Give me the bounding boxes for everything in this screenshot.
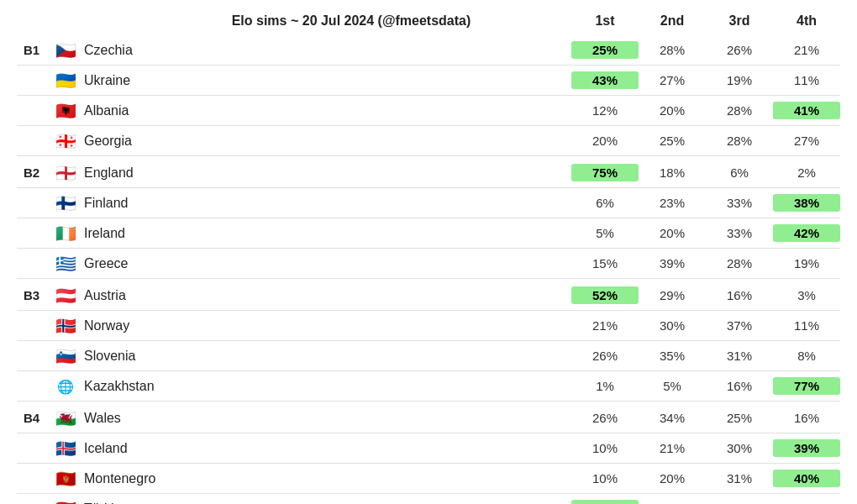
flag-ukraine: [50, 71, 81, 91]
stat-col-4: 42%: [773, 224, 840, 242]
stat-col-2: 39%: [639, 255, 706, 272]
stat-cols: 55%26%14%6%: [571, 500, 840, 504]
stat-cols: 5%20%33%42%: [571, 224, 840, 242]
stat-col-4: 38%: [773, 194, 840, 212]
country-name: Slovenia: [81, 349, 571, 364]
group-b3: B3Austria52%29%16%3%Norway21%30%37%11%Sl…: [17, 281, 840, 402]
table-row: Finland6%23%33%38%: [17, 188, 840, 218]
main-container: Elo sims ~ 20 Jul 2024 (@fmeetsdata) 1st…: [0, 0, 857, 504]
stat-col-1: 25%: [571, 41, 639, 59]
stat-col-1: 12%: [571, 102, 639, 119]
flag-montenegro: [50, 469, 81, 489]
stat-cols: 25%28%26%21%: [571, 41, 840, 59]
stat-col-4: 39%: [773, 439, 840, 457]
stat-col-2: 20%: [639, 224, 706, 242]
group-label-b2: B2: [17, 165, 50, 180]
flag-kazakhstan: [50, 376, 81, 396]
stat-col-1: 5%: [571, 224, 639, 242]
stat-cols: 20%25%28%27%: [571, 132, 840, 150]
stat-col-3: 33%: [706, 224, 773, 242]
table-row: Ireland5%20%33%42%: [17, 218, 840, 249]
stat-col-1: 43%: [571, 71, 639, 89]
stat-col-3: 28%: [706, 102, 773, 119]
stat-cols: 52%29%16%3%: [571, 286, 840, 304]
stat-col-4: 8%: [773, 347, 840, 365]
flag-ireland: [50, 223, 81, 244]
table-row: Ukraine43%27%19%11%: [17, 66, 840, 96]
header-cols: 1st 2nd 3rd 4th: [571, 13, 840, 29]
stat-col-2: 25%: [639, 132, 706, 150]
stat-cols: 43%27%19%11%: [571, 71, 840, 89]
flag-finland: [50, 193, 81, 213]
group-label-b3: B3: [17, 288, 50, 302]
group-label-b4: B4: [17, 411, 50, 425]
groups-container: B1Czechia25%28%26%21%Ukraine43%27%19%11%…: [17, 35, 840, 504]
country-name: Montenegro: [81, 471, 571, 486]
stat-col-2: 27%: [639, 71, 706, 89]
stat-col-4: 16%: [773, 409, 840, 427]
stat-col-4: 77%: [773, 377, 840, 395]
country-name: Ireland: [81, 226, 571, 241]
flag-georgia: [50, 131, 81, 151]
stat-cols: 26%35%31%8%: [571, 347, 840, 365]
stat-col-3: 6%: [706, 164, 773, 181]
stat-col-4: 3%: [773, 286, 840, 304]
table-row: B2England75%18%6%2%: [17, 158, 840, 188]
stat-col-3: 37%: [706, 317, 773, 334]
country-name: Norway: [81, 318, 571, 333]
stat-col-2: 5%: [639, 377, 706, 395]
country-name: Wales: [81, 411, 571, 426]
stat-col-4: 19%: [773, 255, 840, 272]
table-row: Albania12%20%28%41%: [17, 96, 840, 126]
country-name: Georgia: [81, 134, 571, 149]
col-1st: 1st: [571, 13, 639, 29]
col-4th: 4th: [773, 13, 840, 29]
stat-col-2: 21%: [639, 439, 706, 457]
stat-col-3: 28%: [706, 255, 773, 272]
header-row: Elo sims ~ 20 Jul 2024 (@fmeetsdata) 1st…: [17, 8, 840, 35]
country-name: Albania: [81, 103, 571, 118]
stat-col-3: 31%: [706, 347, 773, 365]
flag-czechia: [50, 40, 81, 60]
stat-col-1: 20%: [571, 132, 639, 150]
flag-austria: [50, 286, 81, 306]
stat-col-1: 6%: [571, 194, 639, 212]
stat-col-3: 16%: [706, 286, 773, 304]
stat-cols: 15%39%28%19%: [571, 255, 840, 272]
stat-col-1: 21%: [571, 317, 639, 334]
stat-col-2: 23%: [639, 194, 706, 212]
stat-col-3: 26%: [706, 41, 773, 59]
flag-slovenia: [50, 346, 81, 366]
flag-norway: [50, 316, 81, 336]
stat-col-1: 10%: [571, 439, 639, 457]
country-name: Finland: [81, 196, 571, 211]
flag-albania: [50, 101, 81, 121]
stat-col-3: 28%: [706, 132, 773, 150]
stat-col-2: 34%: [639, 409, 706, 427]
country-name: Ukraine: [81, 73, 571, 88]
stat-col-2: 26%: [639, 500, 706, 504]
stat-col-2: 35%: [639, 347, 706, 365]
stat-col-2: 20%: [639, 470, 706, 487]
stat-cols: 10%21%30%39%: [571, 439, 840, 457]
table-row: B1Czechia25%28%26%21%: [17, 35, 840, 66]
group-b2: B2England75%18%6%2%Finland6%23%33%38%Ire…: [17, 158, 840, 279]
country-name: Iceland: [81, 441, 571, 456]
table-row: Türkiye55%26%14%6%: [17, 494, 840, 504]
stat-col-2: 18%: [639, 164, 706, 181]
group-label-b1: B1: [17, 43, 50, 57]
group-b4: B4Wales26%34%25%16%Iceland10%21%30%39%Mo…: [17, 403, 840, 504]
stat-col-4: 11%: [773, 317, 840, 334]
group-b1: B1Czechia25%28%26%21%Ukraine43%27%19%11%…: [17, 35, 840, 156]
stat-cols: 10%20%31%40%: [571, 470, 840, 487]
table-row: Greece15%39%28%19%: [17, 249, 840, 279]
stat-col-3: 31%: [706, 470, 773, 487]
stat-cols: 21%30%37%11%: [571, 317, 840, 334]
country-name: England: [81, 165, 571, 181]
stat-cols: 12%20%28%41%: [571, 102, 840, 119]
stat-col-1: 15%: [571, 255, 639, 272]
stat-col-4: 41%: [773, 102, 840, 119]
stat-col-4: 6%: [773, 500, 840, 504]
country-name: Czechia: [81, 43, 571, 58]
stat-col-1: 75%: [571, 164, 639, 181]
